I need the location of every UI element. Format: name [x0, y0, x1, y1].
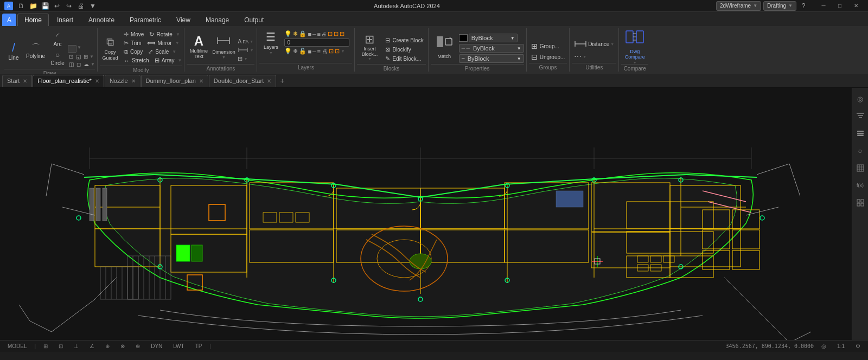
draw-more-2-dropdown[interactable]: ▼ [90, 54, 94, 59]
itrack-button[interactable]: ⊗ [117, 343, 128, 349]
minimize-button[interactable]: ─ [816, 0, 831, 12]
tab-insert[interactable]: Insert [50, 14, 80, 26]
layer-freeze-icon[interactable]: ❄ [293, 30, 298, 37]
workspace-button[interactable]: ⚙ [852, 343, 864, 349]
tab-output[interactable]: Output [237, 14, 271, 26]
close-start-tab[interactable]: ✕ [23, 78, 27, 84]
cad-viewport[interactable]: ◎ ○ f(x) [0, 88, 868, 340]
dim-style-button[interactable]: ▼ [237, 46, 254, 54]
arc-button[interactable]: ◜ Arc [48, 30, 67, 49]
isolate-button[interactable]: ◎ [818, 343, 829, 349]
layer-plot2-icon[interactable]: 🖨 [322, 48, 328, 55]
tab-floor-plan[interactable]: Floor_plan_realistic* ✕ [33, 75, 104, 87]
edit-block-button[interactable]: ✎ Edit Block... [383, 55, 425, 63]
model-button[interactable]: MODEL [4, 343, 30, 349]
wipeout-button[interactable]: ◻ [75, 61, 82, 68]
layer-name-field[interactable]: 0 [284, 38, 349, 47]
trim-button[interactable]: ✂ Trim [122, 39, 144, 47]
stretch-button[interactable]: ↔ Stretch [122, 57, 151, 65]
tab-nozzle[interactable]: Nozzle ✕ [105, 75, 141, 87]
modify-expand-3[interactable]: ▼ [172, 49, 176, 54]
help-button[interactable]: ? [799, 1, 808, 11]
new-button[interactable]: 🗋 [16, 1, 26, 11]
tab-annotate[interactable]: Annotate [81, 14, 122, 26]
tab-view[interactable]: View [169, 14, 197, 26]
blockify-button[interactable]: ⊠ Blockify [383, 46, 425, 54]
extra-side-button[interactable] [854, 196, 867, 209]
circle-button[interactable]: ○ Circle [48, 49, 67, 68]
drafting-selector[interactable]: Drafting ▼ [763, 1, 796, 11]
layer-color-icon[interactable]: ■ [308, 31, 311, 37]
multiline-text-button[interactable]: A MultilineText [187, 30, 210, 63]
layer-freeze2-icon[interactable]: ❄ [293, 48, 298, 55]
ortho-button[interactable]: ⊥ [71, 343, 82, 349]
layer-newvp-icon[interactable]: ⊡ [328, 30, 333, 37]
copy-button[interactable]: ⧉ Copy [122, 48, 145, 56]
tab-start[interactable]: Start ✕ [2, 75, 32, 87]
ducs-button[interactable]: ⊚ [132, 343, 143, 349]
layers-button[interactable]: ☰ Layers ▼ [259, 32, 282, 54]
color-dropdown[interactable]: ByBlock ▼ [469, 34, 518, 42]
boundary-button[interactable]: ⊞ [82, 53, 89, 60]
region-button[interactable]: ◫ [68, 61, 75, 68]
layer-linetype-icon[interactable]: ─ [312, 31, 316, 37]
redo-button[interactable]: ↪ [64, 1, 74, 11]
table-side-button[interactable] [854, 162, 867, 175]
modify-expand-4[interactable]: ▼ [178, 58, 182, 63]
line-button[interactable]: / Line [4, 35, 23, 68]
create-block-button[interactable]: ⊟ Create Block [383, 36, 425, 44]
close-button[interactable]: ✕ [848, 0, 864, 12]
tab-home[interactable]: Home [17, 14, 49, 26]
tab-parametric[interactable]: Parametric [123, 14, 168, 26]
layer-light-icon[interactable]: 💡 [284, 30, 292, 37]
insert-block-button[interactable]: ⊞ InsertBlock... ▼ [357, 30, 382, 63]
layer-on-icon[interactable]: 💡 [284, 48, 292, 55]
modify-expand-2[interactable]: ▼ [175, 41, 180, 46]
revision-cloud-button[interactable]: ☁ [82, 61, 90, 68]
rotate-button[interactable]: ↻ Rotate [147, 30, 174, 38]
ungroup-button[interactable]: ⊟ Ungroup... [529, 52, 567, 62]
distance-button[interactable]: Distance ▼ [572, 38, 616, 50]
plot-button[interactable]: 🖨 [76, 1, 86, 11]
group-button[interactable]: ⊞ Group... [529, 41, 567, 51]
layer-lineweight-icon[interactable]: ≡ [317, 31, 320, 37]
qa-dropdown[interactable]: ▼ [88, 1, 98, 11]
linetype-dropdown[interactable]: ─ ─ ByBlock ▼ [459, 44, 524, 53]
close-floor-plan-tab[interactable]: ✕ [95, 78, 99, 84]
match-properties-button[interactable]: Match [431, 30, 458, 63]
layers-dropdown[interactable]: ▼ [269, 51, 273, 55]
lineweight-dropdown[interactable]: ━ ByBlock ▼ [459, 54, 524, 63]
close-dummy-tab[interactable]: ✕ [199, 78, 203, 84]
save-button[interactable]: 💾 [40, 1, 50, 11]
layer-newvp2-icon[interactable]: ⊡ [334, 30, 339, 37]
close-double-door-tab[interactable]: ✕ [267, 78, 271, 84]
dwg-compare-button[interactable]: Dwg Compare ▼ [621, 30, 648, 63]
mirror-button[interactable]: ⟺ Mirror [145, 39, 174, 47]
color-swatch[interactable] [459, 34, 468, 42]
annotation-scale[interactable]: 1:1 [834, 343, 848, 349]
isnap-button[interactable]: ⊕ [102, 343, 113, 349]
array-button[interactable]: ⊞ Array [152, 56, 177, 65]
tp-button[interactable]: TP [192, 343, 206, 349]
snap-button[interactable]: ⊡ [55, 343, 66, 349]
layer-newvp3-icon[interactable]: ⊟ [340, 30, 344, 37]
formula-side-button[interactable]: f(x) [854, 179, 867, 192]
quick-calc-dropdown[interactable]: ▼ [583, 55, 586, 59]
draw-more-dropdown[interactable]: ▼ [77, 45, 81, 53]
layer-vp-icon[interactable]: ⊡ [329, 48, 334, 55]
add-tab-button[interactable]: + [277, 75, 288, 87]
tab-dummy-floor-plan[interactable]: Dummy_floor_plan ✕ [141, 75, 208, 87]
copy-guided-button[interactable]: ⧉ CopyGuided [100, 32, 120, 65]
undo-button[interactable]: ↩ [52, 1, 62, 11]
layer-plot-icon[interactable]: 🖨 [322, 31, 327, 37]
tab-double-door[interactable]: Double_door_Start ✕ [209, 75, 276, 87]
layer-lock-icon[interactable]: 🔒 [299, 30, 307, 37]
quick-calc-button[interactable]: ⋯ ▼ [572, 51, 616, 62]
app-menu-button[interactable]: A [2, 14, 16, 26]
move-button[interactable]: ✛ Move [122, 30, 146, 38]
dyn-button[interactable]: DYN [148, 343, 165, 349]
scale-button[interactable]: ⤢ Scale [146, 48, 171, 56]
close-nozzle-tab[interactable]: ✕ [131, 78, 136, 84]
modify-expand-1[interactable]: ▼ [176, 32, 180, 37]
polyline-button[interactable]: ⌒ Polyline [24, 35, 47, 68]
